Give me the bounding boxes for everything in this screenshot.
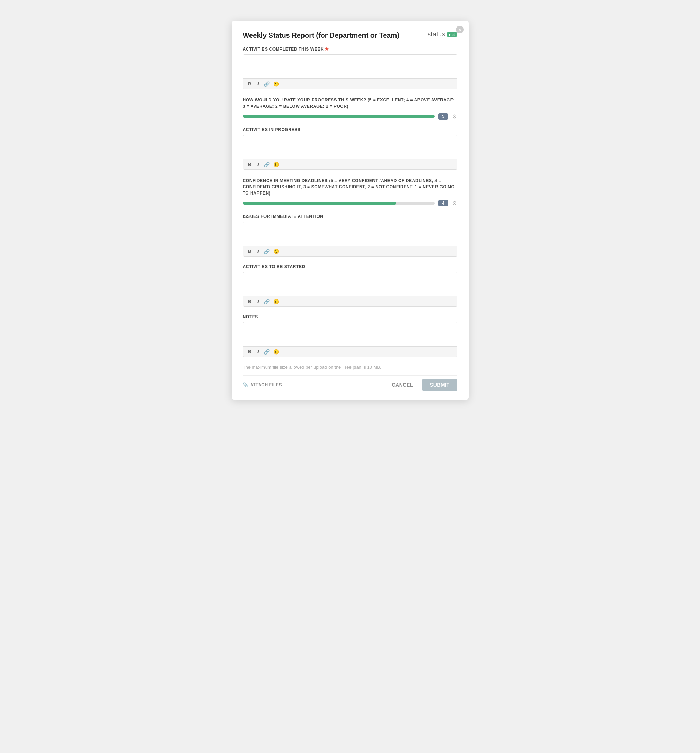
activities-completed-editor: B I 🔗 🙂 bbox=[243, 55, 457, 89]
progress-slider-clear[interactable]: ⊗ bbox=[452, 113, 457, 120]
confidence-rating-row: 4 ⊗ bbox=[243, 200, 457, 206]
activities-completed-label: ACTIVITIES COMPLETED THIS WEEK★ bbox=[243, 47, 457, 52]
italic-button-2[interactable]: I bbox=[256, 161, 260, 167]
bold-button-3[interactable]: B bbox=[247, 248, 253, 254]
issues-attention-section: ISSUES FOR IMMEDIATE ATTENTION B I 🔗 🙂 bbox=[243, 214, 457, 256]
italic-button-1[interactable]: I bbox=[256, 81, 260, 87]
italic-button-4[interactable]: I bbox=[256, 298, 260, 304]
activities-started-label: ACTIVITIES TO BE STARTED bbox=[243, 264, 457, 269]
paperclip-icon: 📎 bbox=[243, 383, 248, 387]
confidence-slider-clear[interactable]: ⊗ bbox=[452, 200, 457, 206]
close-button[interactable]: × bbox=[456, 26, 464, 33]
notes-editor: B I 🔗 🙂 bbox=[243, 322, 457, 357]
activities-in-progress-input[interactable] bbox=[243, 135, 457, 159]
issues-attention-label: ISSUES FOR IMMEDIATE ATTENTION bbox=[243, 214, 457, 219]
link-icon-2[interactable]: 🔗 bbox=[264, 162, 270, 167]
progress-rating-label: HOW WOULD YOU RATE YOUR PROGRESS THIS WE… bbox=[243, 97, 457, 109]
submit-button[interactable]: SUBMIT bbox=[422, 379, 457, 391]
progress-rating-section: HOW WOULD YOU RATE YOUR PROGRESS THIS WE… bbox=[243, 97, 457, 120]
activities-completed-toolbar: B I 🔗 🙂 bbox=[243, 78, 457, 89]
activities-in-progress-label: ACTIVITIES IN PROGRESS bbox=[243, 127, 457, 132]
form-footer: 📎 ATTACH FILES CANCEL SUBMIT bbox=[243, 375, 457, 391]
footer-note-text: The maximum file size allowed per upload… bbox=[243, 365, 457, 370]
confidence-rating-section: CONFIDENCE IN MEETING DEADLINES (5 = VER… bbox=[243, 177, 457, 206]
activities-in-progress-editor: B I 🔗 🙂 bbox=[243, 135, 457, 170]
activities-completed-section: ACTIVITIES COMPLETED THIS WEEK★ B I 🔗 🙂 bbox=[243, 47, 457, 89]
activities-completed-input[interactable] bbox=[243, 55, 457, 78]
activities-started-editor: B I 🔗 🙂 bbox=[243, 272, 457, 307]
confidence-rating-label: CONFIDENCE IN MEETING DEADLINES (5 = VER… bbox=[243, 177, 457, 196]
emoji-icon-4[interactable]: 🙂 bbox=[273, 299, 279, 304]
activities-started-input[interactable] bbox=[243, 272, 457, 296]
italic-button-5[interactable]: I bbox=[256, 348, 260, 355]
activities-in-progress-toolbar: B I 🔗 🙂 bbox=[243, 159, 457, 169]
modal-container: Weekly Status Report (for Department or … bbox=[232, 21, 469, 400]
brand-badge: net bbox=[447, 32, 457, 37]
italic-button-3[interactable]: I bbox=[256, 248, 260, 254]
modal-header: Weekly Status Report (for Department or … bbox=[243, 31, 457, 40]
progress-slider-value: 5 bbox=[438, 113, 448, 120]
brand-text: status bbox=[427, 31, 445, 38]
progress-slider-wrapper[interactable] bbox=[243, 115, 435, 118]
notes-section: NOTES B I 🔗 🙂 bbox=[243, 314, 457, 357]
link-icon-5[interactable]: 🔗 bbox=[264, 349, 270, 355]
bold-button-5[interactable]: B bbox=[247, 348, 253, 355]
issues-attention-toolbar: B I 🔗 🙂 bbox=[243, 246, 457, 256]
issues-attention-input[interactable] bbox=[243, 222, 457, 246]
activities-in-progress-section: ACTIVITIES IN PROGRESS B I 🔗 🙂 bbox=[243, 127, 457, 170]
progress-rating-row: 5 ⊗ bbox=[243, 113, 457, 120]
notes-input[interactable] bbox=[243, 322, 457, 346]
emoji-icon-2[interactable]: 🙂 bbox=[273, 162, 279, 167]
confidence-slider-wrapper[interactable] bbox=[243, 202, 435, 205]
activities-started-section: ACTIVITIES TO BE STARTED B I 🔗 🙂 bbox=[243, 264, 457, 307]
link-icon-3[interactable]: 🔗 bbox=[264, 248, 270, 254]
emoji-icon-1[interactable]: 🙂 bbox=[273, 81, 279, 87]
modal-title-group: Weekly Status Report (for Department or … bbox=[243, 31, 399, 40]
confidence-slider-value: 4 bbox=[438, 200, 448, 206]
notes-toolbar: B I 🔗 🙂 bbox=[243, 346, 457, 357]
notes-label: NOTES bbox=[243, 314, 457, 319]
link-icon-1[interactable]: 🔗 bbox=[264, 81, 270, 87]
bold-button-4[interactable]: B bbox=[247, 298, 253, 304]
issues-attention-editor: B I 🔗 🙂 bbox=[243, 222, 457, 256]
cancel-button[interactable]: CANCEL bbox=[387, 379, 418, 391]
activities-started-toolbar: B I 🔗 🙂 bbox=[243, 296, 457, 306]
required-indicator: ★ bbox=[325, 47, 329, 52]
bold-button-2[interactable]: B bbox=[247, 161, 253, 167]
attach-label: ATTACH FILES bbox=[250, 383, 282, 387]
modal-title: Weekly Status Report (for Department or … bbox=[243, 31, 399, 40]
brand-logo: status net bbox=[427, 31, 457, 38]
emoji-icon-3[interactable]: 🙂 bbox=[273, 248, 279, 254]
attach-files-button[interactable]: 📎 ATTACH FILES bbox=[243, 383, 282, 387]
bold-button-1[interactable]: B bbox=[247, 81, 253, 87]
link-icon-4[interactable]: 🔗 bbox=[264, 299, 270, 304]
emoji-icon-5[interactable]: 🙂 bbox=[273, 349, 279, 355]
footer-actions: CANCEL SUBMIT bbox=[387, 379, 457, 391]
